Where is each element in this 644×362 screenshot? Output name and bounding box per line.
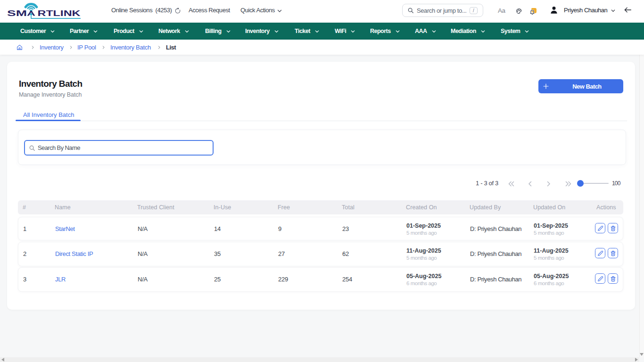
svg-text:SM: SM xyxy=(7,9,27,17)
svg-text:RTLINK: RTLINK xyxy=(38,9,81,17)
